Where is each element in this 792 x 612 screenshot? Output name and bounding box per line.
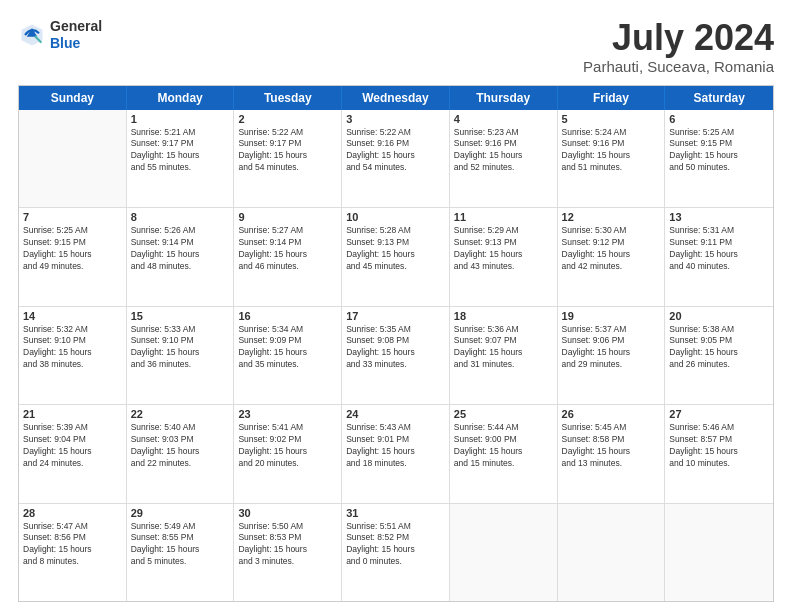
- cell-info-line: Sunset: 9:03 PM: [131, 434, 230, 446]
- cell-info-line: Sunset: 9:00 PM: [454, 434, 553, 446]
- cal-cell-3-4: 17Sunrise: 5:35 AMSunset: 9:08 PMDayligh…: [342, 307, 450, 404]
- cell-info-line: Sunrise: 5:37 AM: [562, 324, 661, 336]
- cell-info-line: Sunrise: 5:24 AM: [562, 127, 661, 139]
- cal-cell-3-3: 16Sunrise: 5:34 AMSunset: 9:09 PMDayligh…: [234, 307, 342, 404]
- cell-info-line: Sunset: 8:52 PM: [346, 532, 445, 544]
- cell-info-line: Daylight: 15 hours: [238, 544, 337, 556]
- cell-info-line: Daylight: 15 hours: [238, 249, 337, 261]
- cell-info-line: Daylight: 15 hours: [454, 446, 553, 458]
- cell-info-line: and 31 minutes.: [454, 359, 553, 371]
- cell-info-line: Daylight: 15 hours: [454, 249, 553, 261]
- cell-info-line: Sunset: 9:14 PM: [131, 237, 230, 249]
- header-day-sunday: Sunday: [19, 86, 127, 110]
- cell-info-line: Daylight: 15 hours: [346, 150, 445, 162]
- cell-info-line: Sunset: 9:02 PM: [238, 434, 337, 446]
- cal-cell-5-7: [665, 504, 773, 601]
- cell-info-line: Sunrise: 5:40 AM: [131, 422, 230, 434]
- calendar: SundayMondayTuesdayWednesdayThursdayFrid…: [18, 85, 774, 602]
- cell-info-line: Sunrise: 5:27 AM: [238, 225, 337, 237]
- cell-info-line: and 54 minutes.: [346, 162, 445, 174]
- day-number: 11: [454, 211, 553, 223]
- cal-cell-3-6: 19Sunrise: 5:37 AMSunset: 9:06 PMDayligh…: [558, 307, 666, 404]
- cell-info-line: Sunrise: 5:47 AM: [23, 521, 122, 533]
- cell-info-line: Sunset: 9:16 PM: [562, 138, 661, 150]
- cell-info-line: and 8 minutes.: [23, 556, 122, 568]
- logo-text: General Blue: [50, 18, 102, 52]
- cell-info-line: Daylight: 15 hours: [23, 544, 122, 556]
- cell-info-line: Daylight: 15 hours: [131, 347, 230, 359]
- cal-cell-3-1: 14Sunrise: 5:32 AMSunset: 9:10 PMDayligh…: [19, 307, 127, 404]
- cell-info-line: Daylight: 15 hours: [131, 446, 230, 458]
- cal-cell-1-4: 3Sunrise: 5:22 AMSunset: 9:16 PMDaylight…: [342, 110, 450, 207]
- day-number: 8: [131, 211, 230, 223]
- logo: General Blue: [18, 18, 102, 52]
- cell-info-line: and 26 minutes.: [669, 359, 769, 371]
- day-number: 31: [346, 507, 445, 519]
- cell-info-line: and 48 minutes.: [131, 261, 230, 273]
- day-number: 21: [23, 408, 122, 420]
- day-number: 15: [131, 310, 230, 322]
- logo-icon: [18, 21, 46, 49]
- cell-info-line: Daylight: 15 hours: [562, 150, 661, 162]
- cell-info-line: Daylight: 15 hours: [669, 446, 769, 458]
- cell-info-line: and 13 minutes.: [562, 458, 661, 470]
- day-number: 29: [131, 507, 230, 519]
- cal-cell-5-4: 31Sunrise: 5:51 AMSunset: 8:52 PMDayligh…: [342, 504, 450, 601]
- day-number: 4: [454, 113, 553, 125]
- cal-cell-4-5: 25Sunrise: 5:44 AMSunset: 9:00 PMDayligh…: [450, 405, 558, 502]
- cell-info-line: and 38 minutes.: [23, 359, 122, 371]
- calendar-row-4: 21Sunrise: 5:39 AMSunset: 9:04 PMDayligh…: [19, 405, 773, 503]
- day-number: 27: [669, 408, 769, 420]
- cell-info-line: and 18 minutes.: [346, 458, 445, 470]
- day-number: 1: [131, 113, 230, 125]
- cell-info-line: Sunset: 9:12 PM: [562, 237, 661, 249]
- cal-cell-2-6: 12Sunrise: 5:30 AMSunset: 9:12 PMDayligh…: [558, 208, 666, 305]
- cal-cell-1-7: 6Sunrise: 5:25 AMSunset: 9:15 PMDaylight…: [665, 110, 773, 207]
- cell-info-line: Sunset: 9:14 PM: [238, 237, 337, 249]
- cell-info-line: Sunset: 9:10 PM: [23, 335, 122, 347]
- cell-info-line: and 33 minutes.: [346, 359, 445, 371]
- cell-info-line: Sunrise: 5:34 AM: [238, 324, 337, 336]
- page: General Blue July 2024 Parhauti, Suceava…: [0, 0, 792, 612]
- day-number: 23: [238, 408, 337, 420]
- cell-info-line: Sunset: 9:13 PM: [346, 237, 445, 249]
- title-block: July 2024 Parhauti, Suceava, Romania: [583, 18, 774, 75]
- cal-cell-2-5: 11Sunrise: 5:29 AMSunset: 9:13 PMDayligh…: [450, 208, 558, 305]
- cell-info-line: Sunset: 9:04 PM: [23, 434, 122, 446]
- day-number: 20: [669, 310, 769, 322]
- day-number: 2: [238, 113, 337, 125]
- main-title: July 2024: [583, 18, 774, 58]
- cell-info-line: Daylight: 15 hours: [131, 150, 230, 162]
- cell-info-line: Sunrise: 5:39 AM: [23, 422, 122, 434]
- calendar-row-1: 1Sunrise: 5:21 AMSunset: 9:17 PMDaylight…: [19, 110, 773, 208]
- cell-info-line: Daylight: 15 hours: [454, 150, 553, 162]
- day-number: 30: [238, 507, 337, 519]
- cal-cell-2-7: 13Sunrise: 5:31 AMSunset: 9:11 PMDayligh…: [665, 208, 773, 305]
- cell-info-line: Sunrise: 5:25 AM: [669, 127, 769, 139]
- calendar-header: SundayMondayTuesdayWednesdayThursdayFrid…: [19, 86, 773, 110]
- logo-blue: Blue: [50, 35, 102, 52]
- day-number: 26: [562, 408, 661, 420]
- cell-info-line: Sunrise: 5:43 AM: [346, 422, 445, 434]
- cal-cell-4-4: 24Sunrise: 5:43 AMSunset: 9:01 PMDayligh…: [342, 405, 450, 502]
- day-number: 14: [23, 310, 122, 322]
- day-number: 12: [562, 211, 661, 223]
- cal-cell-5-1: 28Sunrise: 5:47 AMSunset: 8:56 PMDayligh…: [19, 504, 127, 601]
- cell-info-line: Sunset: 9:15 PM: [23, 237, 122, 249]
- cell-info-line: Daylight: 15 hours: [238, 446, 337, 458]
- cell-info-line: Sunset: 8:58 PM: [562, 434, 661, 446]
- cell-info-line: Sunrise: 5:36 AM: [454, 324, 553, 336]
- cell-info-line: Sunrise: 5:21 AM: [131, 127, 230, 139]
- header-day-thursday: Thursday: [450, 86, 558, 110]
- cell-info-line: Sunrise: 5:38 AM: [669, 324, 769, 336]
- cell-info-line: Daylight: 15 hours: [23, 446, 122, 458]
- cell-info-line: Daylight: 15 hours: [562, 446, 661, 458]
- cell-info-line: and 35 minutes.: [238, 359, 337, 371]
- cell-info-line: and 3 minutes.: [238, 556, 337, 568]
- cell-info-line: Daylight: 15 hours: [562, 347, 661, 359]
- cell-info-line: and 49 minutes.: [23, 261, 122, 273]
- cell-info-line: Sunset: 8:55 PM: [131, 532, 230, 544]
- cell-info-line: Sunset: 9:16 PM: [454, 138, 553, 150]
- cell-info-line: and 40 minutes.: [669, 261, 769, 273]
- cal-cell-2-4: 10Sunrise: 5:28 AMSunset: 9:13 PMDayligh…: [342, 208, 450, 305]
